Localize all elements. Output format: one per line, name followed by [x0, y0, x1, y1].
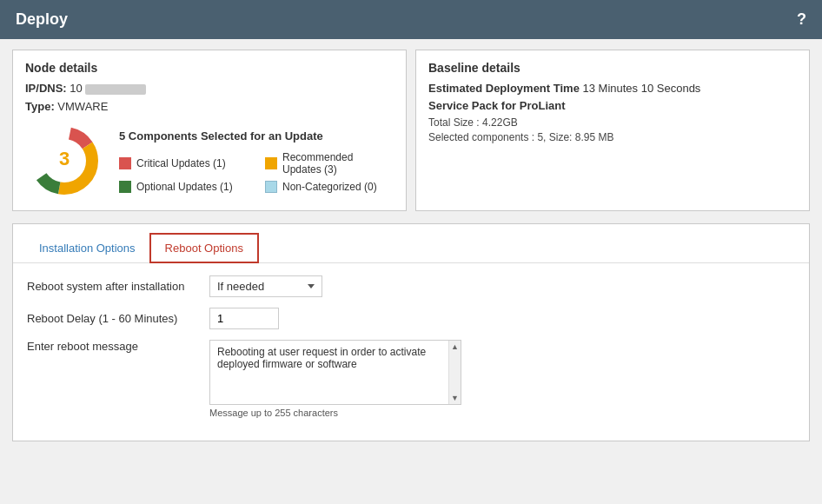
- legend-recommended: Recommended Updates (3): [265, 151, 394, 176]
- tabs-header: Installation Options Reboot Options: [13, 224, 809, 263]
- reboot-message-row: Enter reboot message ▲ ▼ Message up to 2…: [27, 340, 795, 418]
- reboot-message-wrap: ▲ ▼: [209, 340, 461, 405]
- title-bar: Deploy ?: [0, 0, 822, 39]
- node-panel-title: Node details: [25, 61, 394, 75]
- legend-section: 5 Components Selected for an Update Crit…: [119, 129, 394, 193]
- help-icon[interactable]: ?: [797, 10, 806, 29]
- reboot-delay-input[interactable]: [209, 308, 279, 329]
- components-selected-label: 5 Components Selected for an Update: [119, 129, 394, 143]
- reboot-delay-label: Reboot Delay (1 - 60 Minutes): [27, 312, 209, 325]
- legend-noncategorized: Non-Categorized (0): [265, 181, 394, 193]
- selected-info: Selected components : 5, Size: 8.95 MB: [428, 131, 797, 143]
- legend-critical: Critical Updates (1): [119, 151, 248, 176]
- baseline-details-panel: Baseline details Estimated Deployment Ti…: [415, 50, 810, 211]
- node-type-row: Type: VMWARE: [25, 100, 394, 113]
- tabs-area: Installation Options Reboot Options Rebo…: [12, 223, 810, 441]
- node-ip-row: IP/DNS: 10: [25, 82, 394, 95]
- textarea-scrollbar: ▲ ▼: [448, 341, 461, 404]
- recommended-color-box: [265, 157, 277, 169]
- page-title: Deploy: [16, 10, 68, 29]
- est-value: 13 Minutes 10 Seconds: [583, 82, 701, 95]
- ip-value: 10: [70, 82, 82, 95]
- baseline-panel-title: Baseline details: [428, 61, 797, 75]
- type-value: VMWARE: [57, 100, 108, 113]
- scroll-up-icon[interactable]: ▲: [449, 341, 461, 353]
- reboot-delay-row: Reboot Delay (1 - 60 Minutes): [27, 308, 795, 329]
- type-label: Type:: [25, 100, 55, 113]
- tab-content-reboot: Reboot system after installation If need…: [13, 263, 809, 441]
- critical-color-box: [119, 157, 131, 169]
- legend-optional: Optional Updates (1): [119, 181, 248, 193]
- total-size-label: Total Size :: [428, 116, 480, 129]
- svg-text:3: 3: [59, 148, 70, 169]
- ip-label: IP/DNS:: [25, 82, 67, 95]
- reboot-system-select[interactable]: If needed: [209, 275, 322, 297]
- est-label: Estimated Deployment Time: [428, 82, 580, 95]
- legend-grid: Critical Updates (1) Recommended Updates…: [119, 151, 394, 193]
- reboot-system-value: If needed: [217, 280, 264, 293]
- ip-mask: [85, 84, 146, 95]
- est-row: Estimated Deployment Time 13 Minutes 10 …: [428, 82, 797, 95]
- tab-installation-options[interactable]: Installation Options: [25, 233, 149, 262]
- critical-label: Critical Updates (1): [136, 157, 226, 169]
- chevron-down-icon: [308, 284, 315, 288]
- char-limit-label: Message up to 255 characters: [209, 408, 461, 418]
- total-size-value: 4.22GB: [482, 116, 518, 129]
- donut-chart: 3: [25, 122, 103, 200]
- total-size-row: Total Size : 4.22GB: [428, 116, 797, 129]
- reboot-system-row: Reboot system after installation If need…: [27, 275, 795, 297]
- optional-color-box: [119, 181, 131, 193]
- tab-reboot-options[interactable]: Reboot Options: [149, 233, 259, 263]
- noncategorized-label: Non-Categorized (0): [282, 181, 377, 193]
- sp-title: Service Pack for ProLiant: [428, 99, 797, 112]
- noncategorized-color-box: [265, 181, 277, 193]
- recommended-label: Recommended Updates (3): [282, 151, 394, 176]
- reboot-message-textarea[interactable]: [210, 341, 461, 401]
- node-details-panel: Node details IP/DNS: 10 Type: VMWARE: [12, 50, 407, 211]
- reboot-message-label: Enter reboot message: [27, 340, 209, 353]
- reboot-system-label: Reboot system after installation: [27, 280, 209, 293]
- optional-label: Optional Updates (1): [136, 181, 233, 193]
- scroll-down-icon[interactable]: ▼: [449, 392, 461, 404]
